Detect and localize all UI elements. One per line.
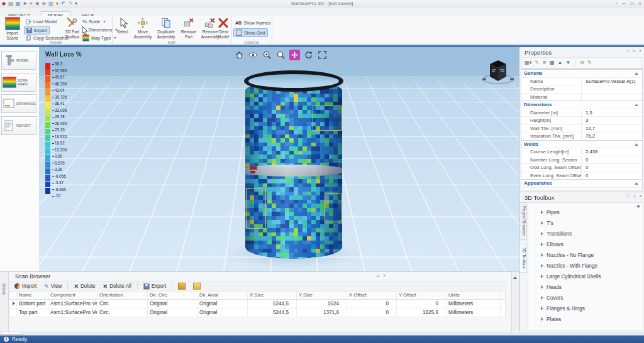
delete-all-button[interactable]: ✕Delete All bbox=[100, 282, 135, 290]
toolbox-item-nozzles-no-flange[interactable]: Nozzles - No Flange bbox=[528, 249, 643, 260]
toolbox-item-large-cylindrical-shells[interactable]: Large Cylindrical Shells bbox=[528, 271, 643, 281]
window-style-icon[interactable]: ▫ bbox=[616, 0, 618, 8]
add-property-icon[interactable]: ▦▾ bbox=[525, 59, 532, 67]
restore-panel-icon[interactable]: □ bbox=[627, 193, 630, 199]
edit-icon[interactable]: ✎ bbox=[535, 59, 540, 67]
column-header[interactable]: Dir. Axial bbox=[197, 291, 248, 299]
section-general[interactable]: General bbox=[521, 69, 642, 77]
toolbox-item-ts[interactable]: T's bbox=[528, 217, 643, 228]
dialog-launcher-icon[interactable]: ⋱ bbox=[108, 40, 111, 44]
column-header[interactable]: X Offset bbox=[347, 291, 397, 299]
section-appearance[interactable]: Appearance bbox=[521, 179, 642, 187]
view-button[interactable]: ✎View bbox=[41, 282, 65, 290]
move-down-icon[interactable]: ▼ bbox=[565, 59, 570, 67]
toolbox-item-pipes[interactable]: Pipes bbox=[528, 207, 643, 217]
load-model-button[interactable]: Load Model bbox=[24, 18, 59, 25]
orientation-cube[interactable] bbox=[482, 60, 514, 86]
column-header[interactable]: Units bbox=[447, 291, 501, 299]
close-icon[interactable]: × bbox=[640, 193, 642, 199]
tab-scans[interactable]: Scans bbox=[2, 283, 6, 295]
clear-model-icon bbox=[216, 17, 230, 29]
pin-icon[interactable]: ⊥ bbox=[633, 193, 636, 199]
scrollbar-thumb[interactable] bbox=[0, 332, 23, 335]
column-header[interactable]: Orientation bbox=[97, 291, 148, 299]
pin-icon[interactable]: ⊥ bbox=[376, 273, 380, 278]
duplicate-assembly-icon bbox=[159, 17, 173, 29]
table-row[interactable]: Top part Asm1:SurfacePro Vessel A(1) Cir… bbox=[9, 308, 506, 317]
scan-browser-title: Scan Browser bbox=[15, 273, 50, 280]
notes-icon[interactable]: ✎ bbox=[587, 59, 592, 67]
column-header[interactable]: Component bbox=[48, 291, 97, 299]
dialog-launcher-icon[interactable]: ⋱ bbox=[267, 40, 270, 44]
section-dimensions[interactable]: Dimensions bbox=[521, 101, 642, 109]
toolbox-item-flanges-rings[interactable]: Flanges & Rings bbox=[528, 303, 643, 313]
close-icon[interactable]: × bbox=[639, 48, 641, 53]
toolbox-item-plates[interactable]: Plates bbox=[528, 313, 643, 324]
part-toolbox-button[interactable]: 3D Part Toolbox bbox=[62, 17, 83, 42]
sidebar-item-report[interactable]: REPORT bbox=[1, 116, 36, 135]
column-header[interactable]: Y Offset bbox=[397, 291, 447, 299]
section-welds[interactable]: Welds bbox=[521, 140, 642, 148]
column-header[interactable]: Y Size bbox=[297, 291, 347, 299]
pan-icon[interactable] bbox=[289, 50, 300, 60]
sidebar-item-scan-maps[interactable]: SCAN MAPS bbox=[1, 73, 36, 92]
scan-browser-scrollbar[interactable] bbox=[511, 272, 519, 332]
viewport-3d-canvas[interactable]: Wall Loss % 56.3 52.985 49. bbox=[39, 47, 519, 271]
tab-project-browser[interactable]: Project Browser bbox=[519, 202, 527, 240]
remove-part-button[interactable]: Remove Part bbox=[179, 17, 198, 42]
toolbox-item-nozzles-with-flange[interactable]: Nozzles - With Flange bbox=[528, 260, 643, 271]
minimize-button[interactable]: − bbox=[623, 0, 626, 8]
delete-icon[interactable]: ✕ bbox=[542, 59, 547, 67]
pin-icon[interactable]: ⊥ bbox=[632, 48, 636, 53]
delete-button[interactable]: ✕Delete bbox=[70, 282, 98, 290]
ribbon: Import Scans Load Model Export Copy Scre… bbox=[0, 16, 644, 45]
clear-model-button[interactable]: Clear Model bbox=[215, 17, 231, 42]
sidebar-item-drawings[interactable]: DRAWINGS bbox=[1, 94, 36, 113]
sidebar-item-model[interactable]: MODEL bbox=[1, 51, 36, 70]
select-cursor-icon bbox=[116, 17, 130, 29]
toolbox-item-covers[interactable]: Covers bbox=[528, 292, 643, 303]
scale-button[interactable]: % Scale bbox=[80, 18, 108, 25]
show-grid-button[interactable]: Show Grid bbox=[233, 28, 268, 37]
tab-3d-toolbox[interactable]: 3D Toolbox bbox=[519, 244, 527, 273]
save-table-button[interactable] bbox=[190, 282, 204, 290]
export-scan-button[interactable]: Export bbox=[140, 282, 170, 290]
zoom-window-icon[interactable] bbox=[262, 50, 272, 60]
restore-button[interactable]: □ bbox=[630, 0, 633, 8]
property-row: NameSurfacePro Vessel A(1) bbox=[521, 77, 642, 85]
copy-table-button[interactable] bbox=[175, 282, 189, 290]
show-names-button[interactable]: AB Show Names bbox=[233, 19, 272, 26]
select-button[interactable]: Select bbox=[114, 17, 131, 42]
move-assembly-button[interactable]: Move Assembly bbox=[133, 17, 153, 42]
import-scans-button[interactable]: Import Scans bbox=[2, 17, 23, 42]
move-up-icon[interactable]: ▲ bbox=[558, 59, 563, 67]
column-header[interactable]: Name bbox=[17, 291, 48, 299]
rotate-icon[interactable] bbox=[303, 50, 314, 60]
import-button[interactable]: Import bbox=[11, 282, 40, 290]
scroll-up-icon[interactable] bbox=[513, 276, 517, 279]
dialog-launcher-icon[interactable]: ⋱ bbox=[227, 40, 230, 44]
scroll-up-icon[interactable] bbox=[636, 205, 640, 207]
restore-panel-icon[interactable]: □ bbox=[626, 48, 629, 53]
vessel-cylinder[interactable] bbox=[245, 81, 342, 259]
collapse-icon bbox=[635, 182, 638, 185]
column-header[interactable]: Dir. Circ. bbox=[148, 291, 197, 299]
toolbox-item-transitions[interactable]: Transitions bbox=[528, 228, 643, 239]
fit-view-icon[interactable] bbox=[317, 50, 328, 60]
measure-icon[interactable]: ⊟ bbox=[580, 59, 584, 67]
column-header[interactable]: X Size bbox=[248, 291, 297, 299]
table-row[interactable]: Bottom part Asm1:SurfacePro Vessel A(1) … bbox=[9, 300, 506, 308]
toolbox-item-elbows[interactable]: Elbows bbox=[528, 239, 643, 249]
duplicate-assembly-button[interactable]: Duplicate Assembly bbox=[154, 17, 178, 42]
zoom-icon[interactable] bbox=[275, 50, 286, 60]
eye-icon[interactable] bbox=[248, 50, 258, 60]
close-icon[interactable]: × bbox=[383, 273, 386, 278]
export-button[interactable]: Export bbox=[24, 26, 50, 35]
table-view-icon[interactable]: ▦ bbox=[550, 59, 555, 67]
close-button[interactable]: × bbox=[638, 0, 641, 8]
toolbox-item-heads[interactable]: Heads bbox=[528, 281, 643, 292]
home-icon[interactable] bbox=[234, 50, 245, 60]
legend-color-cell bbox=[45, 82, 50, 89]
collapse-icon bbox=[635, 104, 638, 106]
orientation-cube-icon bbox=[482, 60, 514, 86]
